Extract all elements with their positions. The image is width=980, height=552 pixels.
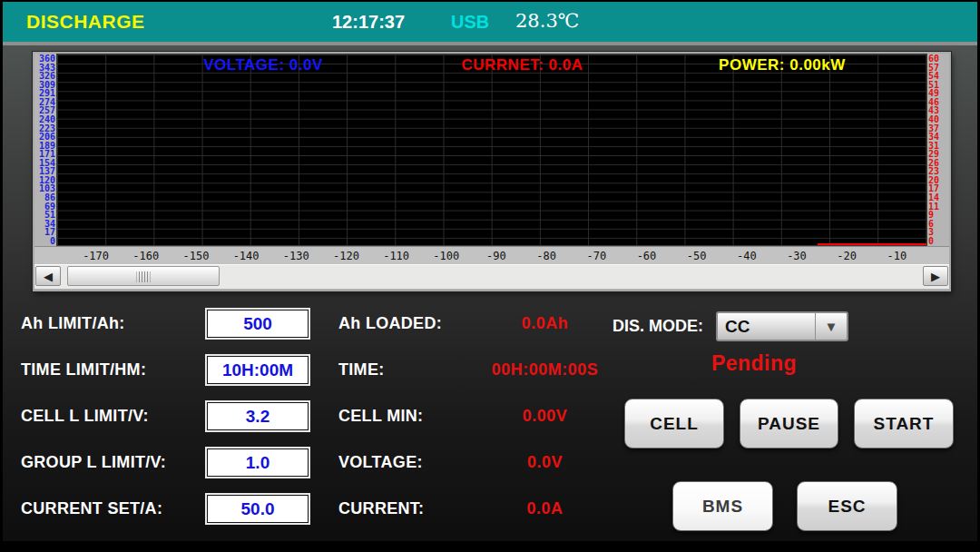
- setting-row: CURRENT SET/A: 50.0: [21, 494, 309, 524]
- power-readout: POWER: 0.00kW: [719, 56, 846, 74]
- screen: DISCHARGE 12:17:37 USB 28.3℃ 36034332630…: [3, 2, 977, 541]
- x-axis-tick: -90: [471, 250, 521, 262]
- reading-value: 0.00V: [470, 407, 620, 426]
- grip-icon: [137, 271, 151, 282]
- cell-button[interactable]: CELL: [624, 399, 724, 448]
- plot-area: VOLTAGE: 0.0V CURRNET: 0.0A POWER: 0.00k…: [56, 54, 927, 246]
- reading-row: CURRENT: 0.0A: [338, 494, 620, 524]
- reading-row: VOLTAGE: 0.0V: [338, 448, 620, 478]
- setting-label: CELL L LIMIT/V:: [21, 407, 207, 426]
- right-y-axis: 6057545149464340373431292623201714119630: [927, 54, 949, 246]
- left-y-axis-tick: 240: [35, 115, 55, 123]
- pause-button[interactable]: PAUSE: [740, 399, 838, 448]
- esc-button[interactable]: ESC: [797, 481, 897, 531]
- setting-input[interactable]: 50.0: [207, 495, 309, 523]
- right-arrow-icon: ▶: [931, 271, 940, 282]
- left-y-axis-tick: 206: [35, 133, 55, 141]
- reading-value: 0.0Ah: [470, 314, 620, 333]
- reading-label: CELL MIN:: [338, 407, 470, 426]
- x-axis-tick: -30: [771, 250, 821, 262]
- temperature-readout: 28.3℃: [515, 10, 579, 32]
- chart-panel: 3603433263092912742572402232061891711541…: [33, 52, 951, 291]
- reading-label: Ah LOADED:: [338, 314, 470, 333]
- usb-status: USB: [451, 12, 489, 33]
- setting-label: GROUP L LIMIT/V:: [21, 453, 207, 472]
- status-text: Pending: [686, 351, 822, 376]
- chevron-down-icon: ▼: [815, 313, 847, 340]
- right-y-axis-tick: 34: [928, 133, 948, 141]
- x-axis: -170-160-150-140-130-120-110-100-90-80-7…: [34, 246, 949, 264]
- x-axis-tick: -50: [671, 250, 721, 262]
- settings-column: Ah LIMIT/Ah: 500 TIME LIMIT/HM: 10H:00M …: [21, 309, 309, 540]
- right-y-axis-tick: 23: [928, 167, 948, 175]
- setting-row: TIME LIMIT/HM: 10H:00M: [21, 355, 309, 385]
- left-y-axis-tick: 171: [35, 150, 55, 158]
- right-y-axis-tick: 3: [928, 228, 948, 236]
- chart-scrollbar[interactable]: ◀ ▶: [34, 264, 949, 289]
- x-axis-tick: -100: [421, 250, 471, 262]
- setting-input[interactable]: 10H:00M: [207, 356, 309, 384]
- x-axis-tick: -40: [721, 250, 771, 262]
- voltage-readout: VOLTAGE: 0.0V: [203, 56, 323, 74]
- reading-row: Ah LOADED: 0.0Ah: [338, 309, 620, 339]
- x-axis-tick: -140: [221, 250, 271, 262]
- left-y-axis-tick: 17: [35, 228, 55, 236]
- setting-row: Ah LIMIT/Ah: 500: [21, 309, 309, 339]
- scrollbar-thumb[interactable]: [67, 266, 220, 286]
- left-y-axis-tick: 326: [35, 72, 55, 80]
- clock: 12:17:37: [332, 12, 405, 33]
- setting-input[interactable]: 1.0: [207, 448, 309, 477]
- right-y-axis-tick: 40: [928, 115, 948, 123]
- left-y-axis: 3603433263092912742572402232061891711541…: [34, 54, 56, 246]
- left-y-axis-tick: 291: [35, 89, 55, 97]
- scroll-left-button[interactable]: ◀: [35, 266, 61, 286]
- reading-value: 00H:00M:00S: [470, 360, 620, 380]
- mode-label: DIS. MODE:: [612, 317, 703, 336]
- bms-button[interactable]: BMS: [672, 481, 773, 531]
- page-title: DISCHARGE: [26, 11, 145, 33]
- setting-label: TIME LIMIT/HM:: [21, 360, 207, 380]
- x-axis-tick: -170: [71, 250, 121, 262]
- mode-dropdown[interactable]: CC ▼: [716, 311, 848, 341]
- x-axis-tick: -80: [522, 250, 572, 262]
- left-y-axis-tick: 86: [35, 193, 55, 202]
- right-y-axis-tick: 49: [928, 89, 948, 97]
- right-y-axis-tick: 0: [928, 237, 948, 245]
- x-axis-tick: -10: [872, 250, 922, 262]
- setting-label: CURRENT SET/A:: [21, 499, 207, 518]
- setting-row: CELL L LIMIT/V: 3.2: [21, 401, 309, 431]
- setting-row: GROUP L LIMIT/V: 1.0: [21, 448, 309, 478]
- left-y-axis-tick: 360: [35, 54, 55, 63]
- left-y-axis-tick: 137: [35, 167, 55, 175]
- right-y-axis-tick: 60: [928, 54, 948, 63]
- reading-value: 0.0A: [470, 499, 620, 518]
- x-axis-tick: -70: [572, 250, 622, 262]
- reading-row: CELL MIN: 0.00V: [338, 401, 620, 431]
- scroll-right-button[interactable]: ▶: [923, 266, 948, 286]
- reading-label: TIME:: [338, 360, 470, 380]
- left-y-axis-tick: 51: [35, 211, 55, 219]
- right-y-axis-tick: 29: [928, 150, 948, 158]
- x-axis-tick: -150: [171, 250, 220, 262]
- x-axis-tick: -110: [371, 250, 421, 262]
- mode-selected-value: CC: [718, 313, 815, 340]
- x-axis-tick: -160: [121, 250, 171, 262]
- setting-label: Ah LIMIT/Ah:: [21, 314, 207, 333]
- right-y-axis-tick: 9: [928, 211, 948, 219]
- setting-input[interactable]: 3.2: [207, 402, 309, 430]
- x-axis-tick: -120: [321, 250, 371, 262]
- discharge-mode-row: DIS. MODE: CC ▼: [612, 311, 848, 341]
- header-bar: DISCHARGE 12:17:37 USB 28.3℃: [3, 2, 977, 45]
- right-y-axis-tick: 14: [928, 193, 948, 202]
- reading-label: CURRENT:: [338, 499, 470, 518]
- current-readout: CURRNET: 0.0A: [462, 56, 583, 74]
- x-axis-tick: -60: [622, 250, 671, 262]
- start-button[interactable]: START: [854, 399, 954, 448]
- reading-value: 0.0V: [470, 453, 620, 472]
- current-trace-line: [818, 243, 926, 245]
- setting-input[interactable]: 500: [207, 310, 309, 338]
- chart-main: 3603433263092912742572402232061891711541…: [34, 54, 949, 246]
- left-arrow-icon: ◀: [44, 271, 53, 282]
- x-axis-tick: -20: [822, 250, 872, 262]
- reading-label: VOLTAGE:: [338, 453, 470, 472]
